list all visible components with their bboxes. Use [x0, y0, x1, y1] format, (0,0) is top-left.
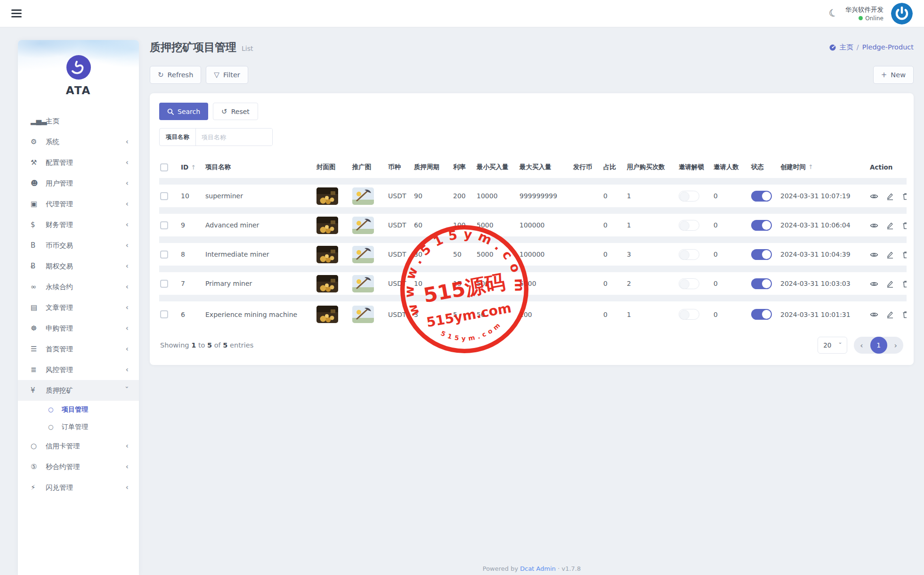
status-toggle[interactable] — [751, 249, 772, 260]
sidebar-item[interactable]: ☸ 申购管理 ‹ — [18, 318, 139, 339]
row-checkbox[interactable] — [160, 251, 168, 259]
sidebar-item[interactable]: ≣ 风控管理 ‹ — [18, 359, 139, 380]
sidebar-item[interactable]: Ƀ 期权交易 ‹ — [18, 256, 139, 276]
row-checkbox[interactable] — [160, 310, 168, 318]
column-header[interactable]: ID↑ — [180, 159, 204, 181]
column-header[interactable]: 币种 — [387, 159, 413, 181]
column-header[interactable]: 最大买入量 — [519, 159, 572, 181]
sidebar-item[interactable]: B 币币交易 ‹ — [18, 235, 139, 256]
column-header[interactable]: 封面图 — [316, 159, 351, 181]
edit-icon[interactable] — [886, 311, 894, 318]
delete-icon[interactable] — [902, 222, 907, 229]
invite-unlock-toggle[interactable] — [679, 191, 699, 202]
promo-image[interactable] — [352, 217, 374, 234]
search-button[interactable]: Search — [159, 103, 208, 120]
cell-coin: USDT — [387, 269, 413, 298]
edit-icon[interactable] — [886, 251, 894, 259]
next-page-button[interactable]: › — [894, 341, 897, 350]
invite-unlock-toggle[interactable] — [679, 249, 699, 260]
delete-icon[interactable] — [902, 193, 907, 200]
avatar[interactable] — [891, 3, 913, 24]
project-name-input[interactable] — [196, 129, 272, 146]
user-menu[interactable]: 华兴软件开发 Online — [845, 6, 883, 22]
sidebar-item[interactable]: ☻ 用户管理 ‹ — [18, 173, 139, 194]
promo-image[interactable] — [352, 306, 374, 323]
page-size-select[interactable]: 20 ˇ — [818, 337, 847, 354]
row-checkbox[interactable] — [160, 221, 168, 229]
menu-toggle-icon[interactable] — [11, 8, 22, 19]
view-icon[interactable] — [870, 280, 878, 288]
column-header[interactable]: 状态 — [750, 159, 779, 181]
view-icon[interactable] — [870, 222, 878, 229]
sidebar-item[interactable]: ∞ 永续合约 ‹ — [18, 276, 139, 297]
status-toggle[interactable] — [751, 278, 772, 289]
delete-icon[interactable] — [902, 311, 907, 318]
column-header[interactable]: 邀请人数 — [713, 159, 750, 181]
status-toggle[interactable] — [751, 309, 772, 320]
column-header[interactable]: 项目名称 — [204, 159, 316, 181]
dark-mode-icon[interactable]: ☾ — [827, 8, 839, 20]
view-icon[interactable] — [870, 251, 878, 259]
sidebar-item[interactable]: ⑤ 秒合约管理 ‹ — [18, 456, 139, 477]
projects-table: ID↑ 项目名称 封面图 推广图 币种 质押周期 利率 最小买入量 — [159, 159, 907, 327]
promo-image[interactable] — [352, 275, 374, 292]
edit-icon[interactable] — [886, 280, 894, 288]
sidebar-item[interactable]: ▣ 代理管理 ‹ — [18, 194, 139, 214]
status-toggle[interactable] — [751, 191, 772, 202]
breadcrumb-home-link[interactable]: 主页 — [840, 43, 853, 52]
view-icon[interactable] — [870, 311, 878, 318]
select-all-checkbox[interactable] — [160, 163, 168, 171]
invite-unlock-toggle[interactable] — [679, 309, 699, 320]
sidebar-item[interactable]: ⚙ 系统 ‹ — [18, 131, 139, 152]
invite-unlock-toggle[interactable] — [679, 278, 699, 289]
promo-image[interactable] — [352, 187, 374, 205]
current-page-button[interactable]: 1 — [870, 337, 887, 354]
promo-image[interactable] — [352, 246, 374, 263]
column-header[interactable]: 发行币 — [572, 159, 602, 181]
sidebar-item[interactable]: $ 财务管理 ‹ — [18, 214, 139, 235]
sidebar-item[interactable]: ○ 订单管理 — [18, 418, 139, 436]
sidebar-item[interactable]: ☰ 首页管理 ‹ — [18, 339, 139, 359]
sidebar-item[interactable]: ⚡ 闪兑管理 ‹ — [18, 477, 139, 498]
column-header[interactable]: 创建时间↑ — [779, 159, 869, 181]
column-header[interactable]: 推广图 — [351, 159, 387, 181]
column-header[interactable]: 用户购买次数 — [626, 159, 678, 181]
sidebar-item[interactable]: ○ 项目管理 — [18, 401, 139, 418]
delete-icon[interactable] — [902, 280, 907, 288]
chevron-down-icon: ˇ — [839, 342, 842, 349]
sidebar-item[interactable]: ○ 信用卡管理 ‹ — [18, 436, 139, 456]
delete-icon[interactable] — [902, 251, 907, 259]
sidebar-item-icon: ○ — [48, 406, 59, 413]
row-checkbox[interactable] — [160, 280, 168, 288]
cover-image[interactable] — [316, 306, 338, 323]
cover-image[interactable] — [316, 275, 338, 292]
invite-unlock-toggle[interactable] — [679, 220, 699, 231]
sidebar-item[interactable]: ▂▅▃ 主页 — [18, 111, 139, 131]
column-header[interactable]: Action — [869, 159, 907, 181]
view-icon[interactable] — [870, 193, 878, 200]
cover-image[interactable] — [316, 246, 338, 263]
edit-icon[interactable] — [886, 222, 894, 229]
filter-button[interactable]: ▽ Filter — [206, 66, 248, 84]
column-header[interactable]: 利率 — [452, 159, 476, 181]
sidebar-item[interactable]: ¥ 质押挖矿 ˇ — [18, 380, 139, 401]
column-header[interactable]: 邀请解锁 — [678, 159, 713, 181]
cover-image[interactable] — [316, 217, 338, 234]
refresh-button[interactable]: ↻ Refresh — [150, 66, 201, 84]
prev-page-button[interactable]: ‹ — [860, 341, 863, 350]
cover-image[interactable] — [316, 187, 338, 205]
chevron-icon: ˇ — [125, 386, 129, 395]
reset-button[interactable]: ↺ Reset — [213, 103, 258, 120]
edit-icon[interactable] — [886, 193, 894, 200]
sidebar-item-icon: ∞ — [31, 283, 43, 291]
chevron-icon: ‹ — [126, 179, 129, 187]
column-header[interactable]: 最小买入量 — [476, 159, 519, 181]
row-checkbox[interactable] — [160, 192, 168, 200]
new-button[interactable]: + New — [873, 66, 914, 84]
column-header[interactable]: 占比 — [602, 159, 626, 181]
sidebar-item[interactable]: ▤ 文章管理 ‹ — [18, 297, 139, 318]
status-toggle[interactable] — [751, 220, 772, 231]
sidebar-item[interactable]: ⚒ 配置管理 ‹ — [18, 152, 139, 173]
dcat-admin-link[interactable]: Dcat Admin — [520, 565, 556, 572]
column-header[interactable]: 质押周期 — [413, 159, 452, 181]
